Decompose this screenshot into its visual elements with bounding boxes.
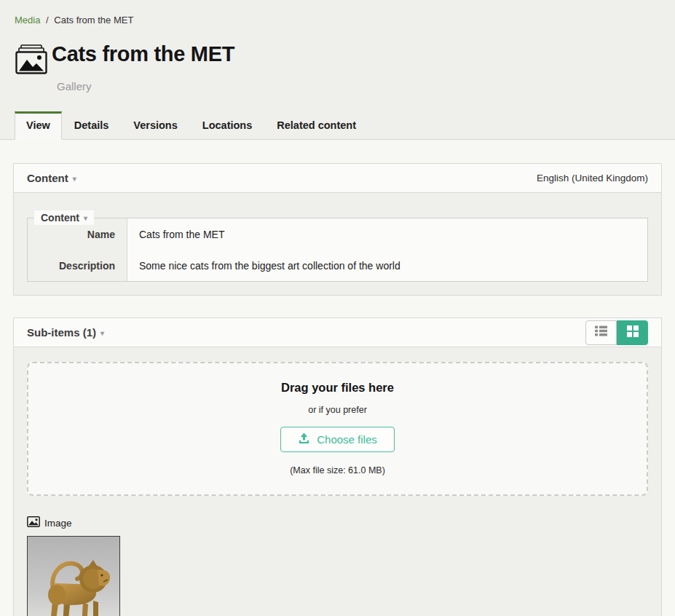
breadcrumb-current: Cats from the MET (54, 15, 133, 25)
caret-down-icon: ▾ (100, 329, 104, 337)
content-section-toggle[interactable]: Content▾ (27, 172, 76, 184)
caret-down-icon: ▾ (84, 214, 87, 222)
upload-icon (298, 433, 310, 446)
subitems-panel-header: Sub-items (1)▾ (14, 318, 661, 347)
tab-view[interactable]: View (15, 111, 62, 140)
field-value-description: Some nice cats from the biggest art coll… (127, 250, 647, 281)
main-content: Content▾ English (United Kingdom) Conten… (0, 140, 675, 616)
field-label-description: Description (28, 250, 127, 281)
content-section-title: Content (27, 172, 68, 184)
grid-view-button[interactable] (617, 320, 648, 345)
page: Media / Cats from the MET Cats from the … (0, 0, 675, 616)
breadcrumb-link-media[interactable]: Media (15, 15, 40, 25)
subitems-section-title: Sub-items (1) (27, 326, 96, 339)
breadcrumb: Media / Cats from the MET (0, 15, 675, 25)
tab-bar: View Details Versions Locations Related … (0, 111, 675, 140)
choose-files-button[interactable]: Choose files (280, 427, 395, 452)
subitems-section-toggle[interactable]: Sub-items (1)▾ (27, 326, 104, 339)
tab-locations[interactable]: Locations (190, 112, 264, 139)
content-fieldset: Content▾ Name Cats from the MET Descript… (27, 218, 648, 282)
subitem-type-label: Image (44, 518, 72, 529)
list-view-icon (594, 325, 608, 340)
content-panel: Content▾ English (United Kingdom) Conten… (13, 163, 662, 296)
title-block: Cats from the MET Gallery (0, 43, 675, 92)
fieldset-legend-toggle[interactable]: Content▾ (34, 210, 94, 225)
subitem-thumbnail-card[interactable] (27, 536, 120, 616)
content-panel-body: Content▾ Name Cats from the MET Descript… (14, 193, 661, 295)
choose-files-label: Choose files (317, 433, 377, 446)
subitem-type-row: Image (27, 516, 120, 529)
tab-versions[interactable]: Versions (121, 112, 189, 139)
page-header-area: Media / Cats from the MET Cats from the … (0, 0, 675, 140)
caret-down-icon: ▾ (73, 175, 76, 183)
content-type-label: Gallery (57, 80, 660, 92)
field-value-name: Cats from the MET (127, 218, 647, 250)
subitems-panel: Sub-items (1)▾ (13, 317, 662, 616)
image-icon (27, 516, 40, 529)
content-panel-header: Content▾ English (United Kingdom) (14, 164, 661, 193)
grid-view-icon (626, 325, 639, 341)
subitems-panel-body: Drag your files here or if you prefer Ch… (14, 347, 661, 616)
max-file-size-note: (Max file size: 61.0 MB) (43, 465, 632, 475)
page-title: Cats from the MET (52, 43, 234, 66)
file-dropzone[interactable]: Drag your files here or if you prefer Ch… (27, 362, 648, 496)
breadcrumb-separator: / (46, 15, 49, 25)
dropzone-subtext: or if you prefer (43, 405, 632, 415)
tab-details[interactable]: Details (62, 112, 122, 139)
dropzone-heading: Drag your files here (43, 381, 632, 395)
language-label: English (United Kingdom) (537, 173, 648, 183)
lion-sculpture-thumbnail (27, 536, 120, 616)
list-view-button[interactable] (585, 320, 617, 345)
subitem-card[interactable]: Image (27, 516, 120, 616)
view-toggle-group (585, 320, 648, 345)
fieldset-legend-label: Content (41, 212, 79, 224)
gallery-images-icon (15, 44, 48, 78)
tab-related-content[interactable]: Related content (264, 112, 368, 139)
